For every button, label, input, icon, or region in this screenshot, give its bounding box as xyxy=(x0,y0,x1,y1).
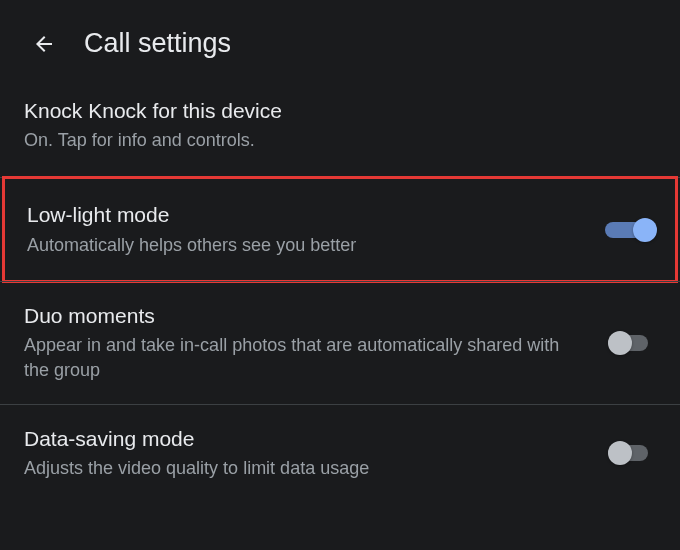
back-arrow-icon[interactable] xyxy=(32,32,56,56)
header: Call settings xyxy=(0,0,680,87)
low-light-mode-item[interactable]: Low-light mode Automatically helps other… xyxy=(5,179,675,279)
data-saving-toggle[interactable] xyxy=(608,440,656,466)
toggle-thumb xyxy=(633,218,657,242)
data-saving-mode-item[interactable]: Data-saving mode Adjusts the video quali… xyxy=(0,405,680,501)
setting-title: Low-light mode xyxy=(27,201,585,228)
setting-content: Data-saving mode Adjusts the video quali… xyxy=(24,425,608,481)
setting-content: Knock Knock for this device On. Tap for … xyxy=(24,97,656,153)
setting-subtitle: Adjusts the video quality to limit data … xyxy=(24,456,588,481)
duo-moments-item[interactable]: Duo moments Appear in and take in-call p… xyxy=(0,282,680,405)
setting-title: Knock Knock for this device xyxy=(24,97,636,124)
toggle-thumb xyxy=(608,331,632,355)
setting-subtitle: On. Tap for info and controls. xyxy=(24,128,636,153)
page-title: Call settings xyxy=(84,28,231,59)
low-light-toggle[interactable] xyxy=(605,217,653,243)
toggle-thumb xyxy=(608,441,632,465)
setting-content: Low-light mode Automatically helps other… xyxy=(27,201,605,257)
duo-moments-toggle[interactable] xyxy=(608,330,656,356)
settings-list: Knock Knock for this device On. Tap for … xyxy=(0,87,680,501)
highlight-annotation: Low-light mode Automatically helps other… xyxy=(2,176,678,282)
setting-title: Data-saving mode xyxy=(24,425,588,452)
setting-content: Duo moments Appear in and take in-call p… xyxy=(24,302,608,384)
setting-title: Duo moments xyxy=(24,302,588,329)
knock-knock-item[interactable]: Knock Knock for this device On. Tap for … xyxy=(0,87,680,178)
setting-subtitle: Automatically helps others see you bette… xyxy=(27,233,585,258)
setting-subtitle: Appear in and take in-call photos that a… xyxy=(24,333,588,383)
